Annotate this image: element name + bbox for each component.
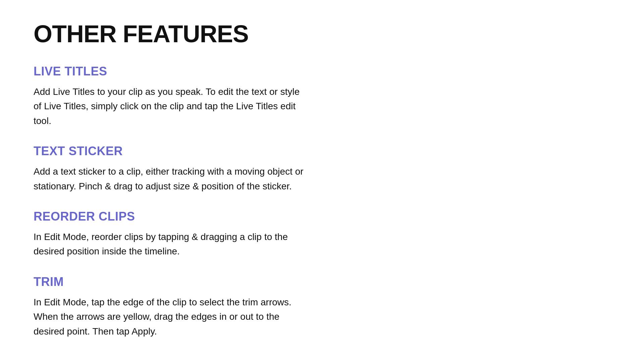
section-trim: TRIMIn Edit Mode, tap the edge of the cl… — [34, 275, 610, 339]
heading-reorder-clips: REORDER CLIPS — [34, 209, 610, 224]
heading-trim: TRIM — [34, 275, 610, 289]
body-reorder-clips: In Edit Mode, reorder clips by tapping &… — [34, 230, 309, 259]
body-text-sticker: Add a text sticker to a clip, either tra… — [34, 164, 309, 193]
section-text-sticker: TEXT STICKERAdd a text sticker to a clip… — [34, 144, 610, 193]
section-live-titles: LIVE TITLESAdd Live Titles to your clip … — [34, 64, 610, 128]
body-trim: In Edit Mode, tap the edge of the clip t… — [34, 295, 309, 339]
heading-live-titles: LIVE TITLES — [34, 64, 610, 78]
section-reorder-clips: REORDER CLIPSIn Edit Mode, reorder clips… — [34, 209, 610, 259]
page-title: OTHER FEATURES — [34, 20, 610, 48]
body-live-titles: Add Live Titles to your clip as you spea… — [34, 84, 309, 128]
heading-text-sticker: TEXT STICKER — [34, 144, 610, 158]
